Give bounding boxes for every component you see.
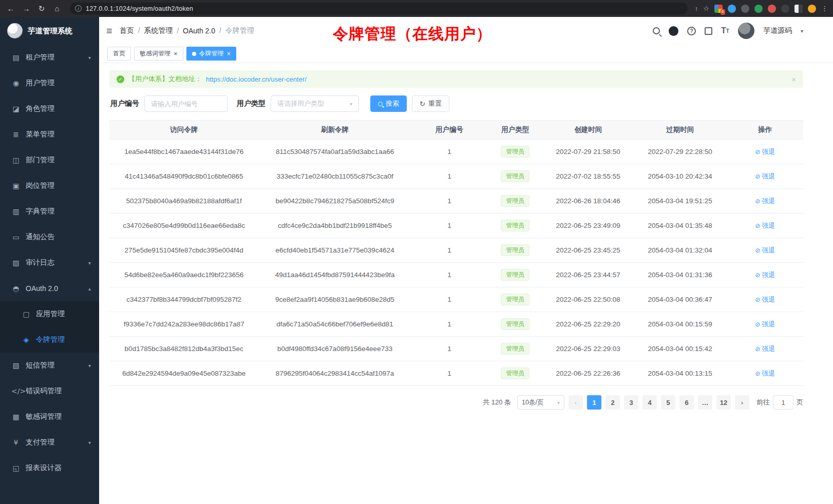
user-type-tag: 管理员 xyxy=(501,146,529,158)
github-icon[interactable] xyxy=(669,26,678,36)
search-button[interactable]: 搜索 xyxy=(370,95,407,112)
page-number-button[interactable]: 12 xyxy=(716,395,731,410)
cell-refresh-token: 49d1aa46d1454fbd87591444423be9fa xyxy=(258,263,411,287)
column-user-type: 用户类型 xyxy=(487,121,543,140)
sidebar-collapse-icon[interactable]: ≡ xyxy=(106,26,112,36)
font-size-icon[interactable]: TT xyxy=(721,26,729,35)
extension-grid-icon[interactable]: 6 xyxy=(714,5,723,13)
force-logout-button[interactable]: ⊘ 强退 xyxy=(755,221,775,230)
force-logout-button[interactable]: ⊘ 强退 xyxy=(755,172,775,181)
tab[interactable]: 敏感词管理 × xyxy=(134,47,183,61)
site-info-icon[interactable]: i xyxy=(75,5,82,12)
help-icon[interactable]: ? xyxy=(687,27,696,35)
sidebar-item[interactable]: ◫ 部门管理 xyxy=(0,147,99,173)
tab-close-icon[interactable]: × xyxy=(174,50,178,57)
tab[interactable]: 令牌管理 × xyxy=(186,47,237,61)
force-logout-button[interactable]: ⊘ 强退 xyxy=(755,320,775,329)
force-logout-button[interactable]: ⊘ 强退 xyxy=(755,295,775,304)
bookmark-star-icon[interactable]: ☆ xyxy=(703,5,709,12)
page-size-select[interactable]: 10条/页 ▾ xyxy=(517,395,564,410)
page-number-button[interactable]: 1 xyxy=(587,395,601,410)
goto-page-input[interactable] xyxy=(773,395,793,410)
page-number-button[interactable]: 5 xyxy=(661,395,675,410)
browser-back-icon[interactable]: ← xyxy=(5,3,16,14)
doc-link[interactable]: https://doc.iocoder.cn/user-center/ xyxy=(206,75,307,83)
sidebar-item-label: 用户管理 xyxy=(26,79,54,88)
cell-access-token: f9336e7c7dd242a283ee98dc86b17a87 xyxy=(109,312,258,337)
sidebar-item[interactable]: ▣ 岗位管理 xyxy=(0,173,99,199)
cell-action: ⊘ 强退 xyxy=(727,189,803,214)
tab-close-icon[interactable]: × xyxy=(227,50,231,57)
cell-refresh-token: 333ecfc71e02480cb11055c875c3ca0f xyxy=(258,164,411,189)
sidebar-item[interactable]: ◉ 用户管理 xyxy=(0,70,99,96)
alert-close-icon[interactable]: × xyxy=(791,75,796,84)
user-type-tag: 管理员 xyxy=(501,318,529,331)
page-number-button[interactable]: 4 xyxy=(642,395,657,410)
browser-reload-icon[interactable]: ↻ xyxy=(36,3,47,14)
delete-icon: ⊘ xyxy=(755,345,760,353)
sidebar-item[interactable]: ▭ 通知公告 xyxy=(0,224,99,250)
sidebar-item-label: 敏感词管理 xyxy=(26,412,62,421)
extension-green-icon[interactable] xyxy=(754,5,763,13)
sidebar-item[interactable]: ◓ OAuth 2.0 ▴ xyxy=(0,276,99,301)
page-number-button[interactable]: 6 xyxy=(679,395,694,410)
search-icon[interactable] xyxy=(653,27,660,34)
address-bar[interactable]: i 127.0.0.1:1024/system/oauth2/token xyxy=(70,3,688,14)
user-type-tag: 管理员 xyxy=(501,220,529,232)
force-logout-button[interactable]: ⊘ 强退 xyxy=(755,270,775,280)
profile-avatar-icon[interactable] xyxy=(808,5,816,13)
user-type-tag: 管理员 xyxy=(501,343,529,355)
cell-action: ⊘ 强退 xyxy=(727,238,803,263)
sidebar-item[interactable]: ◪ 角色管理 xyxy=(0,96,99,122)
sidebar-item[interactable]: ▦ 敏感词管理 xyxy=(0,404,99,430)
force-logout-button[interactable]: ⊘ 强退 xyxy=(755,344,775,354)
cell-expire-time: 2054-03-10 20:42:34 xyxy=(633,164,727,189)
sidebar-item[interactable]: ▨ 审计日志 ▾ xyxy=(0,250,99,276)
extension-dark-icon[interactable] xyxy=(741,5,749,13)
tab[interactable]: 首页 × xyxy=(107,47,131,61)
force-logout-button[interactable]: ⊘ 强退 xyxy=(755,197,775,206)
sidebar-item[interactable]: ¥ 支付管理 ▾ xyxy=(0,430,99,455)
sidebar-item-label: OAuth 2.0 xyxy=(26,284,58,293)
user-id-input[interactable] xyxy=(144,95,228,112)
breadcrumb-item[interactable]: / 系统管理 xyxy=(138,26,173,35)
breadcrumb-item[interactable]: / 令牌管理 xyxy=(219,26,254,35)
user-avatar[interactable] xyxy=(738,23,754,39)
user-dropdown-caret-icon[interactable]: ▾ xyxy=(801,28,803,34)
cell-action: ⊘ 强退 xyxy=(727,263,803,287)
cell-access-token: b0d1785bc3a8482f812db4a3f3bd15ec xyxy=(109,337,258,361)
browser-menu-icon[interactable]: ⋮ xyxy=(821,5,828,12)
token-icon: ◈ xyxy=(22,336,31,344)
browser-forward-icon[interactable]: → xyxy=(21,3,32,14)
sidebar-item[interactable]: ◈ 令牌管理 xyxy=(0,327,99,353)
sidebar-item[interactable]: ▢ 应用管理 xyxy=(0,301,99,327)
extension-colorful-icon[interactable] xyxy=(768,5,776,13)
sidebar-item[interactable]: ◱ 报表设计器 xyxy=(0,455,99,481)
force-logout-button[interactable]: ⊘ 强退 xyxy=(755,369,775,378)
next-page-button[interactable]: › xyxy=(735,395,749,410)
page-number-button[interactable]: … xyxy=(698,395,712,410)
sidebar-item[interactable]: ▥ 字典管理 xyxy=(0,199,99,224)
reset-button[interactable]: ↻ 重置 xyxy=(412,95,449,112)
username[interactable]: 芋道源码 xyxy=(763,26,792,35)
prev-page-button[interactable]: ‹ xyxy=(569,395,583,410)
fullscreen-icon[interactable] xyxy=(705,27,712,35)
user-type-select[interactable]: 请选择用户类型 ▾ xyxy=(271,95,359,112)
force-logout-button[interactable]: ⊘ 强退 xyxy=(755,246,775,255)
share-icon[interactable]: ↑ xyxy=(695,5,698,12)
extension-gray-icon[interactable] xyxy=(781,5,789,13)
page-number-button[interactable]: 3 xyxy=(624,395,638,410)
force-logout-button[interactable]: ⊘ 强退 xyxy=(755,147,775,157)
extension-split-icon[interactable] xyxy=(794,5,803,13)
sidebar-item[interactable]: </> 错误码管理 xyxy=(0,378,99,404)
breadcrumb-item[interactable]: / 首页 xyxy=(120,26,134,35)
sidebar-item[interactable]: ≣ 菜单管理 xyxy=(0,122,99,147)
chevron-icon: ▾ xyxy=(88,260,91,266)
sidebar-item[interactable]: ▧ 短信管理 ▾ xyxy=(0,353,99,378)
sidebar-item[interactable]: ▤ 租户管理 ▾ xyxy=(0,45,99,70)
breadcrumb-item[interactable]: / OAuth 2.0 xyxy=(177,27,215,35)
table-row: 275e5de9151045fe87cbdc395e004f4d e6cfd40… xyxy=(109,238,803,263)
extension-blue-icon[interactable] xyxy=(728,5,736,13)
page-number-button[interactable]: 2 xyxy=(605,395,620,410)
browser-home-icon[interactable]: ⌂ xyxy=(51,3,63,14)
